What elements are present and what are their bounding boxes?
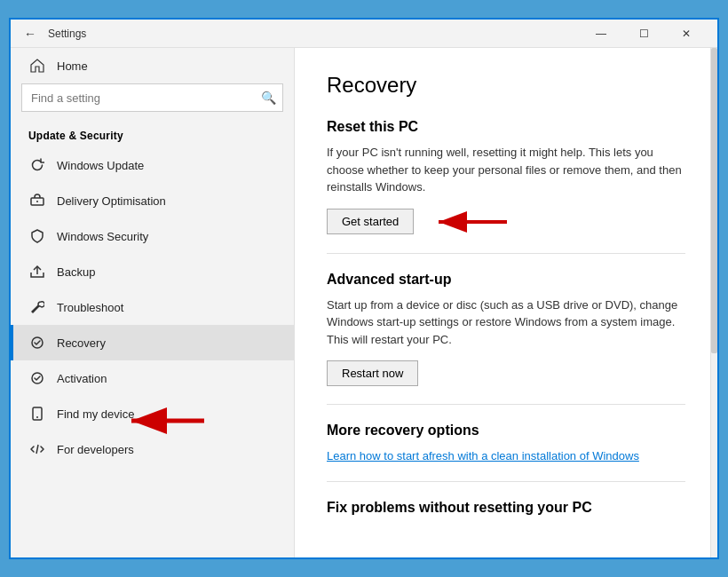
maximize-button[interactable]: ☐ — [623, 20, 664, 48]
advanced-section-desc: Start up from a device or disc (such as … — [327, 296, 685, 349]
sidebar: Home 🔍 Update & Security Windows Update … — [11, 48, 295, 557]
divider-3 — [327, 481, 685, 482]
clean-install-link[interactable]: Learn how to start afresh with a clean i… — [327, 449, 639, 462]
svg-line-7 — [36, 445, 38, 454]
sidebar-label-activation: Activation — [57, 372, 107, 385]
developers-icon — [28, 440, 46, 458]
sidebar-item-developers[interactable]: For developers — [11, 431, 294, 467]
divider-1 — [327, 253, 685, 254]
scrollbar-track[interactable] — [710, 48, 717, 557]
divider-2 — [327, 404, 685, 405]
sidebar-item-recovery[interactable]: Recovery — [11, 325, 294, 360]
main-content: Recovery Reset this PC If your PC isn't … — [295, 48, 717, 557]
find-device-icon — [28, 405, 46, 423]
sidebar-item-troubleshoot[interactable]: Troubleshoot — [11, 289, 294, 325]
more-options-title: More recovery options — [327, 423, 685, 439]
reset-section-desc: If your PC isn't running well, resetting… — [327, 144, 685, 196]
sidebar-item-delivery-optimisation[interactable]: Delivery Optimisation — [11, 183, 294, 218]
backup-icon — [28, 263, 46, 281]
activation-icon — [28, 369, 46, 387]
get-started-arrow — [431, 209, 511, 235]
settings-window: ← Settings — ☐ ✕ Home 🔍 Update & Securit… — [9, 18, 719, 559]
sidebar-item-activation[interactable]: Activation — [11, 360, 294, 396]
sidebar-item-home[interactable]: Home — [11, 48, 294, 83]
page-title: Recovery — [327, 73, 685, 98]
sidebar-item-backup[interactable]: Backup — [11, 254, 294, 289]
sidebar-label-home: Home — [57, 59, 88, 73]
sidebar-label-security: Windows Security — [57, 230, 148, 243]
restart-now-button[interactable]: Restart now — [327, 360, 418, 386]
get-started-button[interactable]: Get started — [327, 209, 414, 234]
minimize-button[interactable]: — — [581, 20, 621, 48]
advanced-section-title: Advanced start-up — [327, 272, 685, 288]
recovery-icon — [28, 334, 46, 352]
search-icon: 🔍 — [261, 91, 276, 105]
delivery-icon — [28, 192, 46, 209]
sidebar-label-developers: For developers — [57, 443, 134, 456]
close-button[interactable]: ✕ — [666, 20, 707, 48]
wrench-icon — [28, 298, 46, 316]
window-controls: — ☐ ✕ — [581, 20, 707, 48]
home-icon — [28, 57, 46, 75]
section-label: Update & Security — [11, 123, 294, 147]
scrollbar-thumb[interactable] — [711, 48, 717, 353]
window-title: Settings — [48, 28, 581, 40]
sidebar-label-troubleshoot: Troubleshoot — [57, 301, 123, 314]
sidebar-label-recovery: Recovery — [57, 336, 106, 350]
shield-icon — [28, 227, 46, 245]
sidebar-label-delivery: Delivery Optimisation — [57, 194, 166, 208]
sidebar-label-windows-update: Windows Update — [57, 159, 144, 172]
content-area: Home 🔍 Update & Security Windows Update … — [11, 48, 717, 557]
sidebar-label-backup: Backup — [57, 265, 95, 279]
back-button[interactable]: ← — [21, 25, 39, 43]
sidebar-item-find-my-device[interactable]: Find my device — [11, 396, 294, 431]
search-box: 🔍 — [21, 83, 283, 112]
sidebar-label-find-device: Find my device — [57, 407, 134, 421]
fix-problems-title: Fix problems without resetting your PC — [327, 500, 685, 516]
refresh-icon — [28, 156, 46, 174]
reset-section-title: Reset this PC — [327, 119, 685, 135]
sidebar-item-windows-security[interactable]: Windows Security — [11, 218, 294, 254]
sidebar-item-windows-update[interactable]: Windows Update — [11, 147, 294, 183]
titlebar: ← Settings — ☐ ✕ — [11, 20, 717, 48]
search-input[interactable] — [21, 83, 283, 112]
